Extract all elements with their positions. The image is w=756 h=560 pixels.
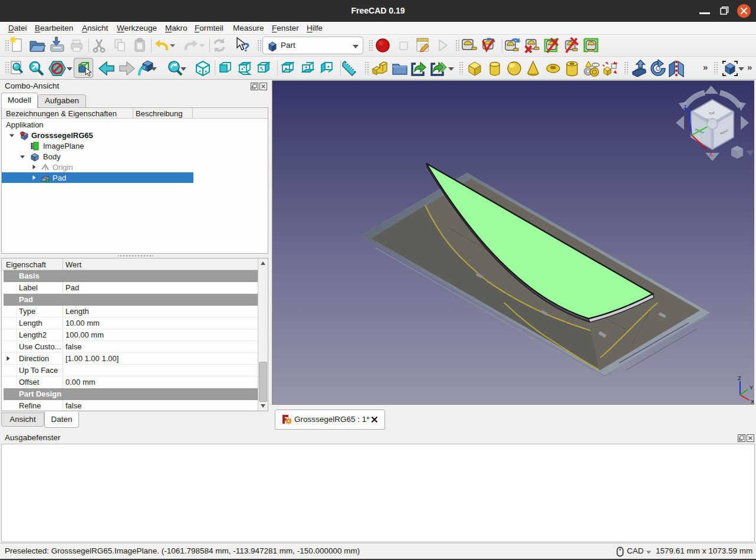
- svg-text:Z: Z: [738, 375, 741, 381]
- svg-text:Y: Y: [705, 117, 709, 123]
- svg-text:X: X: [709, 150, 713, 158]
- svg-text:Y: Y: [750, 384, 754, 391]
- svg-text:Z: Z: [683, 104, 687, 111]
- svg-text:?: ?: [242, 41, 249, 54]
- svg-text:X: X: [751, 398, 754, 404]
